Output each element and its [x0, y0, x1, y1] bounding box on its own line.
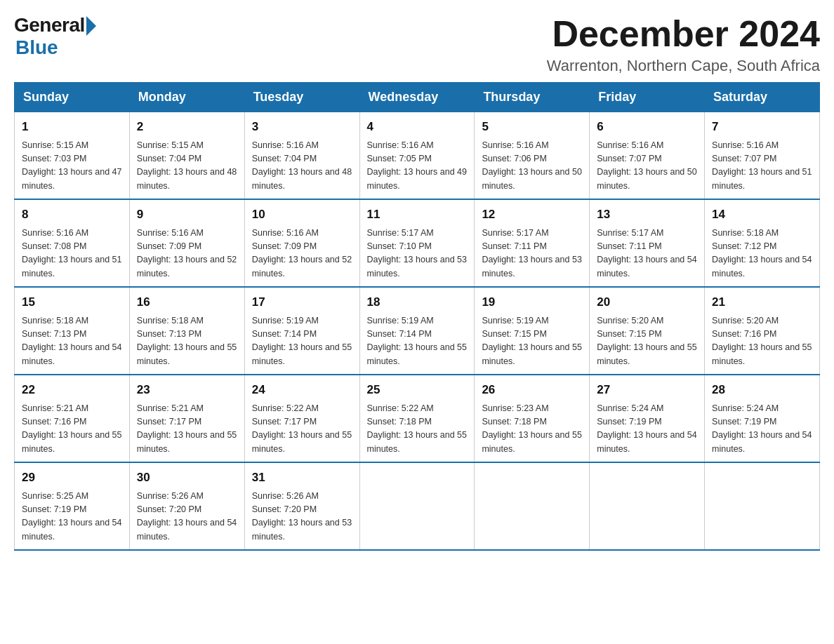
logo-arrow-icon: [86, 16, 96, 36]
header-friday: Friday: [590, 83, 705, 112]
header-sunday: Sunday: [15, 83, 130, 112]
calendar-cell: 28 Sunrise: 5:24 AM Sunset: 7:19 PM Dayl…: [705, 375, 820, 462]
day-number: 19: [482, 293, 582, 311]
calendar-cell: 18 Sunrise: 5:19 AM Sunset: 7:14 PM Dayl…: [359, 287, 475, 375]
day-number: 6: [597, 118, 697, 136]
calendar-cell: 10 Sunrise: 5:16 AM Sunset: 7:09 PM Dayl…: [244, 199, 359, 287]
calendar-cell: 31 Sunrise: 5:26 AM Sunset: 7:20 PM Dayl…: [244, 462, 359, 550]
calendar-cell: 12 Sunrise: 5:17 AM Sunset: 7:11 PM Dayl…: [475, 199, 590, 287]
calendar-cell: [359, 462, 475, 550]
header-thursday: Thursday: [475, 83, 590, 112]
day-number: 31: [252, 469, 352, 487]
location-title: Warrenton, Northern Cape, South Africa: [547, 57, 820, 75]
day-number: 29: [22, 469, 122, 487]
calendar-cell: 26 Sunrise: 5:23 AM Sunset: 7:18 PM Dayl…: [475, 375, 590, 462]
week-row-1: 1 Sunrise: 5:15 AM Sunset: 7:03 PM Dayli…: [15, 112, 820, 200]
calendar-cell: 19 Sunrise: 5:19 AM Sunset: 7:15 PM Dayl…: [475, 287, 590, 375]
day-number: 25: [367, 381, 468, 399]
day-info: Sunrise: 5:26 AM Sunset: 7:20 PM Dayligh…: [137, 490, 237, 544]
page-header: General Blue December 2024 Warrenton, No…: [14, 14, 820, 75]
calendar-cell: 23 Sunrise: 5:21 AM Sunset: 7:17 PM Dayl…: [129, 375, 244, 462]
day-number: 2: [137, 118, 237, 136]
calendar-cell: 4 Sunrise: 5:16 AM Sunset: 7:05 PM Dayli…: [359, 112, 475, 200]
day-info: Sunrise: 5:15 AM Sunset: 7:03 PM Dayligh…: [22, 139, 122, 194]
calendar-cell: 5 Sunrise: 5:16 AM Sunset: 7:06 PM Dayli…: [475, 112, 590, 200]
header-monday: Monday: [129, 83, 244, 112]
calendar-cell: 30 Sunrise: 5:26 AM Sunset: 7:20 PM Dayl…: [129, 462, 244, 550]
calendar-cell: 21 Sunrise: 5:20 AM Sunset: 7:16 PM Dayl…: [705, 287, 820, 375]
day-number: 24: [252, 381, 352, 399]
calendar-cell: 20 Sunrise: 5:20 AM Sunset: 7:15 PM Dayl…: [590, 287, 705, 375]
day-info: Sunrise: 5:26 AM Sunset: 7:20 PM Dayligh…: [252, 490, 352, 544]
day-info: Sunrise: 5:16 AM Sunset: 7:07 PM Dayligh…: [712, 139, 812, 194]
day-info: Sunrise: 5:16 AM Sunset: 7:09 PM Dayligh…: [137, 227, 237, 281]
calendar-cell: 7 Sunrise: 5:16 AM Sunset: 7:07 PM Dayli…: [705, 112, 820, 200]
day-info: Sunrise: 5:22 AM Sunset: 7:17 PM Dayligh…: [252, 402, 352, 457]
day-number: 9: [137, 206, 237, 224]
day-info: Sunrise: 5:18 AM Sunset: 7:12 PM Dayligh…: [712, 227, 812, 281]
day-info: Sunrise: 5:21 AM Sunset: 7:16 PM Dayligh…: [22, 402, 122, 457]
day-number: 14: [712, 206, 812, 224]
day-info: Sunrise: 5:20 AM Sunset: 7:16 PM Dayligh…: [712, 314, 812, 369]
calendar-cell: 13 Sunrise: 5:17 AM Sunset: 7:11 PM Dayl…: [590, 199, 705, 287]
day-number: 22: [22, 381, 122, 399]
calendar-cell: 8 Sunrise: 5:16 AM Sunset: 7:08 PM Dayli…: [15, 199, 130, 287]
header-saturday: Saturday: [705, 83, 820, 112]
day-info: Sunrise: 5:19 AM Sunset: 7:14 PM Dayligh…: [367, 314, 468, 369]
day-info: Sunrise: 5:24 AM Sunset: 7:19 PM Dayligh…: [712, 402, 812, 457]
calendar-cell: 3 Sunrise: 5:16 AM Sunset: 7:04 PM Dayli…: [244, 112, 359, 200]
week-row-2: 8 Sunrise: 5:16 AM Sunset: 7:08 PM Dayli…: [15, 199, 820, 287]
logo-general-text: General: [14, 14, 85, 36]
calendar-cell: [475, 462, 590, 550]
day-number: 28: [712, 381, 812, 399]
day-info: Sunrise: 5:25 AM Sunset: 7:19 PM Dayligh…: [22, 490, 122, 544]
calendar-cell: 16 Sunrise: 5:18 AM Sunset: 7:13 PM Dayl…: [129, 287, 244, 375]
day-number: 27: [597, 381, 697, 399]
day-info: Sunrise: 5:21 AM Sunset: 7:17 PM Dayligh…: [137, 402, 237, 457]
day-info: Sunrise: 5:22 AM Sunset: 7:18 PM Dayligh…: [367, 402, 468, 457]
calendar-cell: 15 Sunrise: 5:18 AM Sunset: 7:13 PM Dayl…: [15, 287, 130, 375]
day-number: 20: [597, 293, 697, 311]
calendar-cell: 24 Sunrise: 5:22 AM Sunset: 7:17 PM Dayl…: [244, 375, 359, 462]
day-number: 1: [22, 118, 122, 136]
month-title: December 2024: [547, 14, 820, 54]
week-row-3: 15 Sunrise: 5:18 AM Sunset: 7:13 PM Dayl…: [15, 287, 820, 375]
day-info: Sunrise: 5:23 AM Sunset: 7:18 PM Dayligh…: [482, 402, 582, 457]
day-number: 26: [482, 381, 582, 399]
day-info: Sunrise: 5:15 AM Sunset: 7:04 PM Dayligh…: [137, 139, 237, 194]
day-number: 10: [252, 206, 352, 224]
week-row-4: 22 Sunrise: 5:21 AM Sunset: 7:16 PM Dayl…: [15, 375, 820, 462]
calendar-cell: 11 Sunrise: 5:17 AM Sunset: 7:10 PM Dayl…: [359, 199, 475, 287]
day-number: 16: [137, 293, 237, 311]
day-info: Sunrise: 5:24 AM Sunset: 7:19 PM Dayligh…: [597, 402, 697, 457]
day-info: Sunrise: 5:16 AM Sunset: 7:05 PM Dayligh…: [367, 139, 468, 194]
day-info: Sunrise: 5:16 AM Sunset: 7:09 PM Dayligh…: [252, 227, 352, 281]
day-number: 11: [367, 206, 468, 224]
calendar-cell: 22 Sunrise: 5:21 AM Sunset: 7:16 PM Dayl…: [15, 375, 130, 462]
calendar-cell: 17 Sunrise: 5:19 AM Sunset: 7:14 PM Dayl…: [244, 287, 359, 375]
calendar-cell: 27 Sunrise: 5:24 AM Sunset: 7:19 PM Dayl…: [590, 375, 705, 462]
day-info: Sunrise: 5:16 AM Sunset: 7:07 PM Dayligh…: [597, 139, 697, 194]
day-info: Sunrise: 5:17 AM Sunset: 7:11 PM Dayligh…: [482, 227, 582, 281]
calendar-cell: 29 Sunrise: 5:25 AM Sunset: 7:19 PM Dayl…: [15, 462, 130, 550]
day-number: 3: [252, 118, 352, 136]
day-info: Sunrise: 5:20 AM Sunset: 7:15 PM Dayligh…: [597, 314, 697, 369]
calendar-cell: 2 Sunrise: 5:15 AM Sunset: 7:04 PM Dayli…: [129, 112, 244, 200]
day-number: 15: [22, 293, 122, 311]
day-info: Sunrise: 5:16 AM Sunset: 7:08 PM Dayligh…: [22, 227, 122, 281]
day-number: 7: [712, 118, 812, 136]
logo-blue-text: Blue: [15, 36, 58, 59]
day-number: 12: [482, 206, 582, 224]
calendar-cell: 6 Sunrise: 5:16 AM Sunset: 7:07 PM Dayli…: [590, 112, 705, 200]
calendar-cell: 14 Sunrise: 5:18 AM Sunset: 7:12 PM Dayl…: [705, 199, 820, 287]
day-info: Sunrise: 5:17 AM Sunset: 7:11 PM Dayligh…: [597, 227, 697, 281]
day-number: 5: [482, 118, 582, 136]
day-number: 21: [712, 293, 812, 311]
day-info: Sunrise: 5:16 AM Sunset: 7:06 PM Dayligh…: [482, 139, 582, 194]
day-number: 23: [137, 381, 237, 399]
header-tuesday: Tuesday: [244, 83, 359, 112]
day-number: 17: [252, 293, 352, 311]
calendar-cell: 9 Sunrise: 5:16 AM Sunset: 7:09 PM Dayli…: [129, 199, 244, 287]
calendar-header: SundayMondayTuesdayWednesdayThursdayFrid…: [15, 83, 820, 112]
week-row-5: 29 Sunrise: 5:25 AM Sunset: 7:19 PM Dayl…: [15, 462, 820, 550]
